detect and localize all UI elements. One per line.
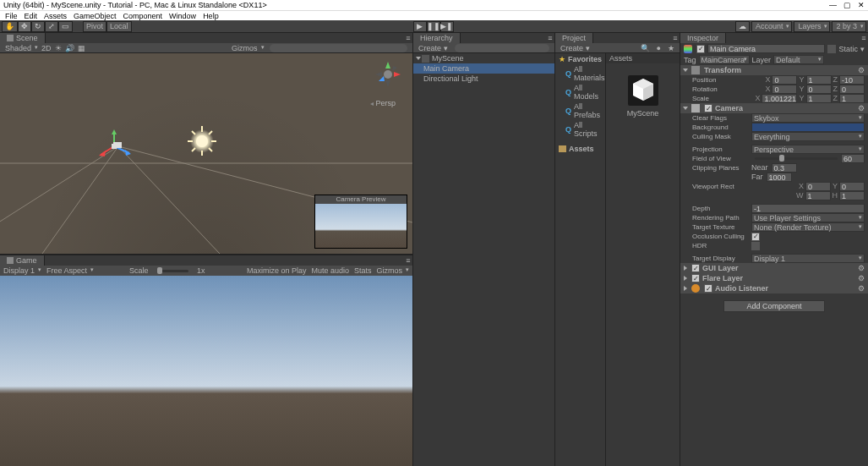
rotation-z-field[interactable]: 0	[839, 85, 865, 94]
scale-x-field[interactable]: 1.001221	[762, 94, 797, 103]
scene-light-toggle[interactable]: ☀	[55, 44, 62, 52]
position-y-field[interactable]: 1	[806, 75, 832, 85]
play-button[interactable]: ▶	[413, 21, 427, 32]
account-dropdown[interactable]: Account	[751, 21, 793, 32]
rect-tool[interactable]: ▭	[58, 21, 73, 32]
project-fav-icon[interactable]: ★	[666, 44, 676, 52]
game-gizmos-dropdown[interactable]: Gizmos	[377, 266, 410, 275]
menu-gameobject[interactable]: GameObject	[74, 12, 117, 20]
layer-dropdown[interactable]: Default	[773, 55, 824, 64]
projection-dropdown[interactable]: Perspective	[751, 145, 865, 154]
scene-audio-toggle[interactable]: 🔊	[65, 44, 74, 52]
maximize-on-play-toggle[interactable]: Maximize on Play	[247, 266, 307, 275]
static-dropdown-icon[interactable]: ▾	[860, 45, 865, 53]
target-display-dropdown[interactable]: Display 1	[751, 254, 865, 263]
cloud-button[interactable]: ☁	[735, 21, 750, 32]
position-z-field[interactable]: -10	[839, 75, 865, 85]
perspective-label[interactable]: ◂ Persp	[370, 99, 396, 107]
gui-layer-settings-icon[interactable]: ⚙	[858, 264, 865, 272]
gui-layer-enabled-checkbox[interactable]: ✓	[691, 264, 700, 272]
rotate-tool[interactable]: ↻	[31, 21, 45, 32]
viewport-x-field[interactable]: 0	[805, 182, 831, 191]
move-tool[interactable]: ✥	[18, 21, 31, 32]
viewport-h-field[interactable]: 1	[839, 191, 865, 200]
scene-fx-toggle[interactable]: ▦	[78, 44, 85, 52]
fov-slider[interactable]	[755, 157, 838, 160]
scene-asset-label[interactable]: MyScene	[627, 109, 659, 118]
close-button[interactable]: ✕	[858, 1, 865, 9]
menu-file[interactable]: File	[5, 12, 18, 20]
project-filter-icon[interactable]: ●	[655, 44, 663, 52]
orientation-gizmo[interactable]	[375, 62, 401, 87]
game-view[interactable]	[0, 276, 412, 466]
assets-breadcrumb[interactable]: Assets	[606, 53, 680, 63]
camera-header[interactable]: ✓ Camera ⚙	[680, 103, 868, 113]
scene-asset-icon[interactable]	[628, 75, 658, 106]
clear-flags-dropdown[interactable]: Skybox	[751, 113, 865, 123]
scale-tool[interactable]: ⤢	[45, 21, 58, 32]
pause-button[interactable]: ❚❚	[427, 21, 440, 32]
camera-gizmo-icon[interactable]	[113, 142, 122, 148]
flare-layer-enabled-checkbox[interactable]: ✓	[691, 274, 700, 282]
scale-slider[interactable]	[157, 270, 188, 272]
menu-edit[interactable]: Edit	[25, 12, 38, 20]
far-clip-field[interactable]: 1000	[767, 173, 792, 182]
scale-y-field[interactable]: 1	[806, 94, 832, 103]
hierarchy-scene-root[interactable]: MyScene	[413, 53, 554, 63]
camera-settings-icon[interactable]: ⚙	[858, 104, 865, 112]
near-clip-field[interactable]: 0.3	[772, 163, 797, 173]
hierarchy-item-main-camera[interactable]: Main Camera	[413, 63, 554, 74]
audio-listener-header[interactable]: ✓ Audio Listener ⚙	[680, 283, 868, 293]
target-texture-field[interactable]: None (Render Texture)	[751, 222, 865, 232]
aspect-dropdown[interactable]: Free Aspect	[46, 266, 94, 275]
fav-all-prefabs[interactable]: QAll Prefabs	[555, 101, 605, 120]
foldout-icon[interactable]	[684, 276, 687, 281]
scene-panel-menu[interactable]: ≡	[404, 34, 412, 42]
layers-dropdown[interactable]: Layers	[794, 21, 830, 32]
fav-all-scripts[interactable]: QAll Scripts	[555, 120, 605, 139]
tab-hierarchy[interactable]: Hierarchy	[413, 33, 461, 43]
foldout-icon[interactable]	[416, 57, 421, 60]
foldout-icon[interactable]	[683, 69, 688, 72]
camera-enabled-checkbox[interactable]: ✓	[704, 104, 712, 112]
scene-2d-toggle[interactable]: 2D	[41, 44, 52, 52]
transform-header[interactable]: Transform ⚙	[680, 65, 868, 75]
hierarchy-panel-menu[interactable]: ≡	[546, 34, 554, 42]
occlusion-culling-checkbox[interactable]: ✓	[751, 233, 760, 241]
menu-help[interactable]: Help	[203, 12, 219, 20]
background-color-field[interactable]	[751, 123, 865, 132]
viewport-w-field[interactable]: 1	[805, 191, 831, 200]
menu-component[interactable]: Component	[123, 12, 163, 20]
foldout-icon[interactable]	[683, 107, 688, 110]
flare-layer-header[interactable]: ✓ Flare Layer ⚙	[680, 273, 868, 283]
add-component-button[interactable]: Add Component	[723, 300, 825, 312]
fav-all-models[interactable]: QAll Models	[555, 83, 605, 101]
pivot-toggle[interactable]: Pivot	[83, 21, 106, 32]
display-dropdown[interactable]: Display 1	[3, 266, 41, 275]
viewport-y-field[interactable]: 0	[839, 182, 865, 191]
rendering-path-dropdown[interactable]: Use Player Settings	[751, 213, 865, 222]
menu-window[interactable]: Window	[169, 12, 196, 20]
hierarchy-create-dropdown[interactable]: Create ▾	[417, 44, 450, 52]
scene-view[interactable]: ◂ Persp Camera Preview	[0, 53, 412, 254]
game-panel-menu[interactable]: ≡	[404, 256, 412, 265]
project-create-dropdown[interactable]: Create ▾	[559, 44, 592, 52]
tab-scene[interactable]: Scene	[0, 33, 46, 43]
fav-all-materials[interactable]: QAll Materials	[555, 64, 605, 83]
object-name-field[interactable]: Main Camera	[707, 44, 825, 53]
hdr-checkbox[interactable]	[751, 242, 760, 250]
minimize-button[interactable]: —	[829, 1, 837, 9]
gui-layer-header[interactable]: ✓ GUI Layer ⚙	[680, 263, 868, 273]
audio-listener-enabled-checkbox[interactable]: ✓	[704, 284, 712, 293]
tab-game[interactable]: Game	[0, 255, 45, 266]
culling-mask-dropdown[interactable]: Everything	[751, 132, 865, 141]
tab-project[interactable]: Project	[555, 33, 593, 43]
static-checkbox[interactable]	[827, 45, 836, 53]
rotation-y-field[interactable]: 0	[806, 85, 832, 94]
tag-dropdown[interactable]: MainCamera	[699, 55, 750, 64]
fov-field[interactable]: 60	[841, 154, 865, 163]
depth-field[interactable]: -1	[751, 204, 865, 213]
hand-tool[interactable]: ✋	[2, 21, 18, 32]
position-x-field[interactable]: 0	[772, 75, 797, 85]
hierarchy-item-directional-light[interactable]: Directional Light	[413, 74, 554, 84]
